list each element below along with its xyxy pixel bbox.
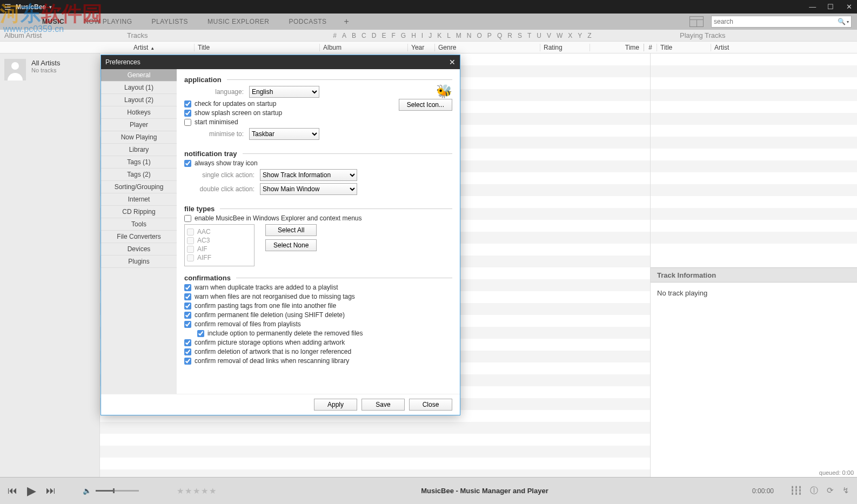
sidebar-item-cd-ripping[interactable]: CD Ripping <box>101 206 177 218</box>
alpha-O[interactable]: O <box>477 32 482 39</box>
alpha-P[interactable]: P <box>487 32 492 39</box>
alpha-W[interactable]: W <box>557 32 563 39</box>
tab-now-playing[interactable]: NOW PLAYING <box>74 14 142 30</box>
close-button[interactable]: ✕ <box>841 0 857 14</box>
conf-checkbox[interactable] <box>184 339 191 346</box>
alpha-M[interactable]: M <box>456 32 461 39</box>
search-icon[interactable]: 🔍 <box>838 18 846 25</box>
language-select[interactable]: English <box>249 86 319 98</box>
col-album[interactable]: Album <box>320 44 408 51</box>
menu-icon[interactable]: ☰ <box>4 3 11 11</box>
sidebar-item-layout-2-[interactable]: Layout (2) <box>101 94 177 106</box>
alpha-K[interactable]: K <box>437 32 441 39</box>
repeat-icon[interactable]: ⟳ <box>827 486 834 496</box>
add-tab-button[interactable]: + <box>336 17 356 26</box>
alpha-V[interactable]: V <box>547 32 551 39</box>
sidebar-item-plugins[interactable]: Plugins <box>101 256 177 268</box>
tab-playlists[interactable]: PLAYLISTS <box>142 14 198 30</box>
alpha-X[interactable]: X <box>568 32 572 39</box>
save-button[interactable]: Save <box>361 399 405 411</box>
alpha-Z[interactable]: Z <box>587 32 591 39</box>
tab-music[interactable]: MUSIC <box>32 14 74 30</box>
alpha-S[interactable]: S <box>518 32 522 39</box>
col-year[interactable]: Year <box>408 44 435 51</box>
select-none-button[interactable]: Select None <box>265 239 317 251</box>
conf-checkbox[interactable] <box>184 321 191 328</box>
alpha-C[interactable]: C <box>361 32 366 39</box>
alpha-T[interactable]: T <box>527 32 531 39</box>
sidebar-item-layout-1-[interactable]: Layout (1) <box>101 82 177 94</box>
conf-checkbox[interactable] <box>184 348 191 355</box>
alpha-H[interactable]: H <box>411 32 416 39</box>
sidebar-item-player[interactable]: Player <box>101 119 177 131</box>
alpha-E[interactable]: E <box>381 32 386 39</box>
lastfm-icon[interactable]: ⓛ <box>810 486 818 496</box>
volume-icon[interactable]: 🔈 <box>83 487 91 495</box>
sidebar-item-general[interactable]: General <box>101 69 177 82</box>
splash-checkbox[interactable] <box>184 110 191 117</box>
alpha-D[interactable]: D <box>372 32 377 39</box>
tab-music-explorer[interactable]: MUSIC EXPLORER <box>198 14 279 30</box>
ft-AAC[interactable] <box>187 229 194 236</box>
col-genre[interactable]: Genre <box>435 44 540 51</box>
ft-AC3[interactable] <box>187 237 194 244</box>
conf-checkbox[interactable] <box>184 358 191 365</box>
sidebar-item-tools[interactable]: Tools <box>101 218 177 231</box>
dialog-close-button[interactable]: ✕ <box>449 58 456 66</box>
alpha-J[interactable]: J <box>428 32 432 39</box>
alpha-Y[interactable]: Y <box>578 32 582 39</box>
check-updates-checkbox[interactable] <box>184 100 191 107</box>
alpha-L[interactable]: L <box>447 32 451 39</box>
sidebar-item-internet[interactable]: Internet <box>101 193 177 206</box>
next-button[interactable]: ⏭ <box>46 485 56 496</box>
single-click-select[interactable]: Show Track Information <box>260 169 357 181</box>
shuffle-icon[interactable]: ↯ <box>842 486 849 496</box>
alpha-I[interactable]: I <box>421 32 423 39</box>
conf-checkbox[interactable] <box>184 303 191 310</box>
chevron-down-icon[interactable]: ▾ <box>49 4 52 10</box>
apply-button[interactable]: Apply <box>314 399 357 411</box>
minimize-button[interactable]: — <box>805 0 821 14</box>
alpha-A[interactable]: A <box>342 32 346 39</box>
col-num[interactable]: # <box>644 44 657 51</box>
tray-checkbox[interactable] <box>184 160 191 167</box>
double-click-select[interactable]: Show Main Window <box>260 183 357 195</box>
tab-podcasts[interactable]: PODCASTS <box>279 14 336 30</box>
alpha-G[interactable]: G <box>401 32 406 39</box>
alpha-B[interactable]: B <box>352 32 356 39</box>
select-all-button[interactable]: Select All <box>265 224 317 236</box>
alpha-#[interactable]: # <box>333 32 337 39</box>
search-input[interactable] <box>714 18 838 25</box>
layout-icon[interactable] <box>689 16 704 27</box>
col-pt-title[interactable]: Title <box>657 44 711 51</box>
start-min-checkbox[interactable] <box>184 119 191 126</box>
alpha-U[interactable]: U <box>537 32 541 39</box>
alpha-F[interactable]: F <box>391 32 395 39</box>
equalizer-icon[interactable]: ┇┇┇ <box>790 486 801 496</box>
ft-AIFF[interactable] <box>187 254 194 261</box>
sidebar-item-hotkeys[interactable]: Hotkeys <box>101 106 177 119</box>
minimise-select[interactable]: Taskbar <box>249 128 319 140</box>
volume-slider[interactable] <box>96 490 139 492</box>
alpha-R[interactable]: R <box>507 32 512 39</box>
sidebar-item-library[interactable]: Library <box>101 144 177 156</box>
conf-checkbox[interactable] <box>184 284 191 291</box>
rating-stars[interactable]: ★★★★★ <box>177 486 217 496</box>
alpha-Q[interactable]: Q <box>497 32 502 39</box>
conf-checkbox[interactable] <box>184 312 191 319</box>
col-pt-artist[interactable]: Artist <box>711 44 857 51</box>
col-time[interactable]: Time <box>590 44 644 51</box>
select-icon-button[interactable]: Select Icon... <box>399 99 452 111</box>
alpha-N[interactable]: N <box>467 32 472 39</box>
col-title[interactable]: Title <box>195 44 320 51</box>
ft-AIF[interactable] <box>187 246 194 253</box>
conf-checkbox[interactable] <box>184 293 191 300</box>
sidebar-item-tags-2-[interactable]: Tags (2) <box>101 169 177 181</box>
sidebar-item-tags-1-[interactable]: Tags (1) <box>101 156 177 169</box>
col-artist[interactable]: Artist▲ <box>100 44 195 51</box>
search-box[interactable]: 🔍▾ <box>711 16 852 28</box>
sidebar-item-file-converters[interactable]: File Converters <box>101 231 177 243</box>
enable-explorer-checkbox[interactable] <box>184 215 191 222</box>
col-rating[interactable]: Rating <box>540 44 590 51</box>
close-button-dialog[interactable]: Close <box>409 399 452 411</box>
